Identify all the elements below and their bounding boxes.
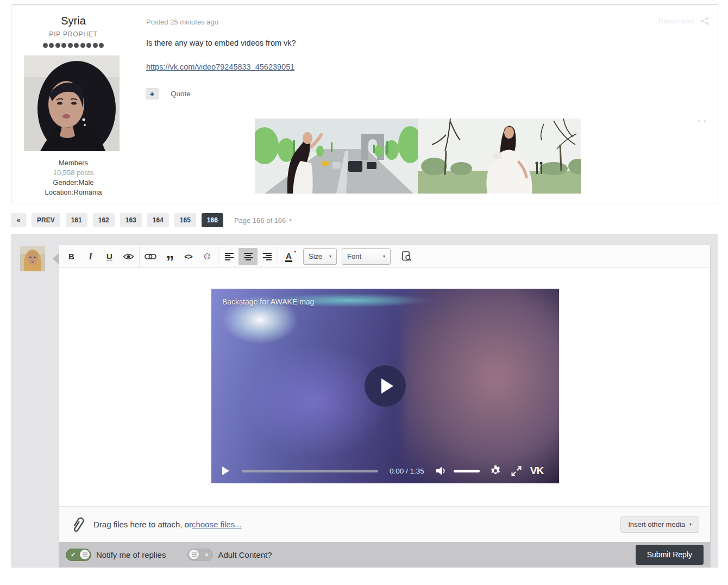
caret-down-icon: ▾ bbox=[294, 250, 296, 254]
volume-control[interactable] bbox=[436, 466, 447, 475]
align-center-button[interactable] bbox=[239, 248, 258, 265]
volume-slider[interactable] bbox=[454, 470, 480, 472]
post-body-text: Is there any way to embed videos from vk… bbox=[146, 39, 296, 47]
notify-replies-toggle[interactable]: ✓ bbox=[66, 549, 91, 561]
first-page-button[interactable]: « bbox=[11, 213, 26, 227]
member-info: Members 10,558 posts Gender:Male Locatio… bbox=[11, 158, 135, 197]
member-location: Location:Romania bbox=[11, 188, 135, 197]
reputation-pip bbox=[49, 43, 54, 48]
editor-toolbar: B I U ” <> ☺ bbox=[59, 245, 710, 268]
insert-other-media-button[interactable]: Insert other media ▾ bbox=[620, 516, 699, 533]
page-button-164[interactable]: 164 bbox=[147, 213, 169, 227]
fullscreen-button[interactable] bbox=[511, 466, 522, 476]
code-button[interactable]: <> bbox=[179, 248, 198, 265]
align-left-icon bbox=[225, 253, 234, 260]
share-icon[interactable] bbox=[700, 17, 709, 25]
member-post-count: 10,558 posts bbox=[11, 168, 135, 178]
smiley-icon: ☺ bbox=[202, 251, 212, 262]
font-size-label: Size bbox=[309, 252, 322, 260]
vk-logo[interactable]: VK bbox=[530, 465, 543, 477]
page-button-162[interactable]: 162 bbox=[93, 213, 115, 227]
submit-reply-button[interactable]: Submit Reply bbox=[636, 545, 704, 565]
attachment-bar: Drag files here to attach, or choose fil… bbox=[59, 506, 710, 542]
emoji-button[interactable]: ☺ bbox=[198, 248, 217, 265]
speaker-icon bbox=[436, 466, 447, 475]
member-group: Members bbox=[11, 158, 135, 168]
reputation-pips bbox=[11, 43, 135, 48]
adult-content-toggle[interactable]: × bbox=[187, 549, 213, 561]
close-icon[interactable]: × bbox=[697, 117, 701, 125]
embed-thumbnail-right[interactable] bbox=[418, 119, 581, 194]
editor-pointer-arrow bbox=[53, 253, 59, 264]
prev-page-button[interactable]: PREV bbox=[32, 213, 60, 227]
current-user-avatar[interactable] bbox=[20, 246, 45, 271]
italic-button[interactable]: I bbox=[81, 248, 100, 265]
post-content: Posted 25 minutes ago Report post Is the… bbox=[135, 5, 718, 203]
align-right-button[interactable] bbox=[258, 248, 277, 265]
font-family-label: Font bbox=[347, 252, 361, 260]
choose-files-link[interactable]: choose files... bbox=[192, 520, 242, 529]
quote-actions: + Quote bbox=[146, 88, 191, 99]
reply-editor-region: B I U ” <> ☺ bbox=[11, 234, 718, 568]
insert-link-button[interactable] bbox=[141, 248, 160, 265]
embed-thumbnail-left[interactable] bbox=[255, 119, 418, 194]
toolbar-separator bbox=[278, 245, 278, 268]
editor-footer-bar: ✓ Notify me of replies × Adult Content? … bbox=[59, 542, 710, 567]
align-center-icon bbox=[244, 253, 253, 260]
author-avatar[interactable] bbox=[24, 55, 120, 151]
caret-down-icon: ▾ bbox=[289, 217, 292, 223]
play-icon[interactable] bbox=[222, 466, 229, 475]
source-preview-button[interactable] bbox=[397, 248, 416, 265]
fullscreen-icon bbox=[511, 466, 522, 476]
author-name[interactable]: Syria bbox=[11, 15, 135, 27]
reputation-pip bbox=[43, 43, 48, 48]
remove-format-button[interactable] bbox=[119, 248, 138, 265]
preview-icon bbox=[402, 251, 411, 262]
caret-down-icon[interactable]: ▾ bbox=[703, 119, 706, 124]
post-timestamp: Posted 25 minutes ago bbox=[146, 18, 218, 26]
divider bbox=[146, 109, 711, 109]
embed-dismiss-control[interactable]: × ▾ bbox=[697, 117, 706, 125]
text-color-icon: A bbox=[285, 251, 292, 262]
embedded-video-preview[interactable] bbox=[255, 119, 581, 194]
reputation-pip bbox=[86, 43, 91, 48]
reputation-pip bbox=[80, 43, 85, 48]
page-button-163[interactable]: 163 bbox=[120, 213, 142, 227]
reputation-pip bbox=[61, 43, 66, 48]
reply-editor: B I U ” <> ☺ bbox=[59, 245, 711, 568]
font-size-dropdown[interactable]: Size ▾ bbox=[303, 248, 337, 265]
page-button-165[interactable]: 165 bbox=[174, 213, 196, 227]
play-button-large[interactable] bbox=[365, 365, 406, 407]
quote-icon: ” bbox=[166, 259, 173, 264]
link-icon bbox=[145, 253, 156, 260]
author-panel: Syria PIP PROPHET Members 10,558 posts G… bbox=[11, 5, 135, 203]
forum-post: Syria PIP PROPHET Members 10,558 posts G… bbox=[11, 4, 718, 203]
paperclip-icon bbox=[70, 516, 84, 533]
align-left-button[interactable] bbox=[219, 248, 239, 265]
toggle-knob bbox=[189, 550, 199, 559]
vk-video-player[interactable]: Backstage for AWAKE mag 0:00 / 1:35 bbox=[211, 289, 559, 483]
multiquote-button[interactable]: + bbox=[146, 88, 159, 99]
close-icon: × bbox=[205, 551, 208, 558]
blockquote-button[interactable]: ” bbox=[160, 248, 179, 265]
toggle-knob bbox=[80, 550, 90, 559]
video-frame-art bbox=[403, 289, 559, 483]
font-family-dropdown[interactable]: Font ▾ bbox=[342, 248, 391, 265]
reputation-pip bbox=[68, 43, 73, 48]
report-post-link[interactable]: Report post bbox=[658, 17, 695, 25]
video-progress-bar[interactable] bbox=[242, 470, 378, 472]
video-controls-bar: 0:00 / 1:35 bbox=[211, 458, 559, 483]
quote-button[interactable]: Quote bbox=[171, 90, 191, 98]
page-button-161[interactable]: 161 bbox=[66, 213, 87, 227]
page-button-166-active[interactable]: 166 bbox=[202, 213, 223, 227]
code-icon: <> bbox=[184, 252, 192, 261]
caret-down-icon: ▾ bbox=[689, 522, 692, 527]
video-settings-button[interactable] bbox=[490, 465, 501, 476]
bold-button[interactable]: B bbox=[62, 248, 81, 265]
page-jump-control[interactable]: Page 166 of 166 ▾ bbox=[234, 216, 292, 225]
text-color-button[interactable]: A ▾ bbox=[279, 248, 298, 265]
vk-video-link[interactable]: https://vk.com/video79245833_456239051 bbox=[146, 63, 294, 71]
underline-button[interactable]: U bbox=[100, 248, 119, 265]
editor-content-area[interactable]: Backstage for AWAKE mag 0:00 / 1:35 bbox=[59, 268, 710, 506]
video-timestamp: 0:00 / 1:35 bbox=[390, 467, 424, 475]
